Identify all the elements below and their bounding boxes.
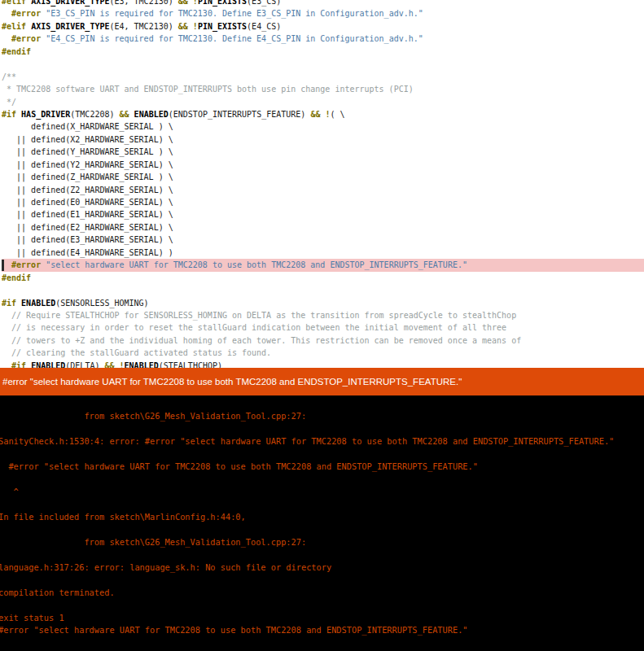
code-token: "E4_CS_PIN is required for TMC2130. Defi… [46, 34, 423, 43]
code-token: // towers to +Z and the individual homin… [2, 336, 521, 345]
code-token: "select hardware UART for TMC2208 to use… [46, 260, 467, 269]
code-line: defined(X_HARDWARE_SERIAL ) \ [2, 120, 644, 133]
code-line: #endif [2, 46, 644, 58]
code-line: #endif [2, 272, 644, 284]
code-token: && [120, 110, 129, 119]
code-line: #if ENABLED(SENSORLESS_HOMING) [2, 297, 644, 309]
code-line: || defined(E1_HARDWARE_SERIAL) \ [2, 208, 644, 221]
code-token: && [178, 22, 188, 31]
console-output-content: from sketch\G26_Mesh_Validation_Tool.cpp… [0, 397, 644, 637]
code-token: || defined(X2_HARDWARE_SERIAL) \ [2, 135, 173, 144]
code-token: (DELTA) [65, 361, 104, 368]
code-token: (E3_CS) [247, 0, 281, 6]
code-token: AXIS_DRIVER_TYPE [31, 0, 109, 6]
code-token: (STEALTHCHOP) [159, 361, 222, 368]
code-line: #if ENABLED(DELTA) && !ENABLED(STEALTHCH… [2, 360, 644, 368]
code-line: || defined(Y_HARDWARE_SERIAL ) \ [2, 146, 644, 158]
code-token: || defined(E1_HARDWARE_SERIAL) \ [2, 210, 173, 219]
code-token: || defined(E3_HARDWARE_SERIAL) \ [2, 235, 173, 244]
code-line: || defined(E2_HARDWARE_SERIAL) \ [2, 221, 644, 234]
code-line: // towers to +Z and the individual homin… [2, 334, 644, 347]
code-line: /** [2, 71, 644, 83]
error-status-bar: #error "select hardware UART for TMC2208… [0, 368, 644, 395]
code-line: #elif AXIS_DRIVER_TYPE(E4, TMC2130) && !… [2, 20, 644, 33]
code-line: || defined(E4_HARDWARE_SERIAL) ) [2, 247, 644, 259]
console-line: exit status 1 [0, 612, 644, 625]
code-line [2, 284, 644, 296]
code-token: #if [2, 299, 16, 308]
code-token: #endif [2, 47, 31, 56]
code-token: #error [2, 9, 41, 18]
code-token: AXIS_DRIVER_TYPE [31, 22, 109, 31]
console-line: compilation terminated. [0, 587, 644, 600]
error-status-text: #error "select hardware UART for TMC2208… [2, 377, 462, 387]
code-token: ENABLED [125, 361, 159, 368]
console-line [0, 498, 644, 511]
console-line [0, 523, 644, 536]
code-line: || defined(Y2_HARDWARE_SERIAL) \ [2, 159, 644, 171]
code-token: // Require STEALTHCHOP for SENSORLESS_HO… [2, 311, 516, 320]
code-line: // Require STEALTHCHOP for SENSORLESS_HO… [2, 309, 644, 321]
code-line: || defined(E0_HARDWARE_SERIAL) \ [2, 196, 644, 208]
code-line [2, 58, 644, 70]
code-token: ( \ [330, 110, 344, 119]
console-line [0, 574, 644, 587]
console-line: from sketch\G26_Mesh_Validation_Tool.cpp… [0, 410, 644, 423]
code-token: defined(X_HARDWARE_SERIAL ) \ [2, 122, 173, 131]
code-line: || defined(E3_HARDWARE_SERIAL) \ [2, 234, 644, 246]
code-token: || defined(Y2_HARDWARE_SERIAL) \ [2, 160, 173, 169]
code-token: #endif [2, 273, 31, 282]
code-token: ENABLED [21, 299, 55, 308]
code-token: (E3, TMC2130) [109, 0, 177, 6]
console-line: ^ [0, 486, 644, 499]
code-token: /** [2, 72, 16, 81]
code-token: (E4_CS) [247, 22, 281, 31]
code-token: "E3_CS_PIN is required for TMC2130. Defi… [46, 9, 423, 18]
code-line: || defined(Z2_HARDWARE_SERIAL) \ [2, 184, 644, 196]
code-line: #if HAS_DRIVER(TMC2208) && ENABLED(ENDST… [2, 108, 644, 120]
code-token: * TMC2208 software UART and ENDSTOP_INTE… [2, 85, 414, 94]
code-token: ENABLED [31, 361, 65, 368]
console-output-pane[interactable]: from sketch\G26_Mesh_Validation_Tool.cpp… [0, 395, 644, 651]
code-token: #error [2, 34, 41, 43]
code-token: PIN_EXISTS [198, 22, 247, 31]
code-token: && [104, 361, 114, 368]
code-token: // is necessary in order to reset the st… [2, 323, 506, 332]
console-line: SanityCheck.h:1530:4: error: #error "sel… [0, 435, 644, 448]
code-line: || defined(Z_HARDWARE_SERIAL ) \ [2, 171, 644, 183]
code-token: #if [2, 361, 26, 368]
code-line: * TMC2208 software UART and ENDSTOP_INTE… [2, 83, 644, 95]
code-token: #elif [2, 22, 26, 31]
console-line [0, 397, 644, 410]
code-token: && [310, 110, 320, 119]
console-line [0, 473, 644, 486]
code-token: || defined(E4_HARDWARE_SERIAL) ) [2, 248, 173, 257]
text-cursor [2, 260, 4, 271]
code-editor-pane[interactable]: #elif AXIS_DRIVER_TYPE(E3, TMC2130) && !… [0, 0, 644, 368]
code-token: (ENDSTOP_INTERRUPTS_FEATURE) [169, 110, 311, 119]
code-line: #error "E4_CS_PIN is required for TMC213… [2, 33, 644, 45]
code-token: #elif [2, 0, 26, 6]
code-line: // clearing the stallGuard activated sta… [2, 347, 644, 359]
code-token: #if [2, 110, 16, 119]
code-token: (E4, TMC2130) [109, 22, 177, 31]
console-line: language.h:317:26: error: language_sk.h:… [0, 561, 644, 575]
code-line: #error "E3_CS_PIN is required for TMC213… [2, 7, 644, 20]
code-token: PIN_EXISTS [198, 0, 247, 6]
code-token: || defined(Z_HARDWARE_SERIAL ) \ [2, 173, 173, 181]
console-line [0, 548, 644, 561]
code-token: // clearing the stallGuard activated sta… [2, 348, 271, 357]
code-token: && [178, 0, 188, 6]
console-line [0, 448, 644, 461]
code-token: ENABLED [134, 110, 169, 119]
console-line [0, 599, 644, 612]
code-token: HAS_DRIVER [21, 110, 70, 119]
code-line: || defined(X2_HARDWARE_SERIAL) \ [2, 133, 644, 146]
code-line: #elif AXIS_DRIVER_TYPE(E3, TMC2130) && !… [2, 0, 644, 7]
code-token: #error [2, 260, 41, 269]
code-token: || defined(Y_HARDWARE_SERIAL ) \ [2, 147, 173, 156]
code-line: */ [2, 96, 644, 108]
console-line: #error "select hardware UART for TMC2208… [0, 461, 644, 474]
code-token: */ [2, 98, 16, 107]
code-token: || defined(E2_HARDWARE_SERIAL) \ [2, 223, 173, 232]
